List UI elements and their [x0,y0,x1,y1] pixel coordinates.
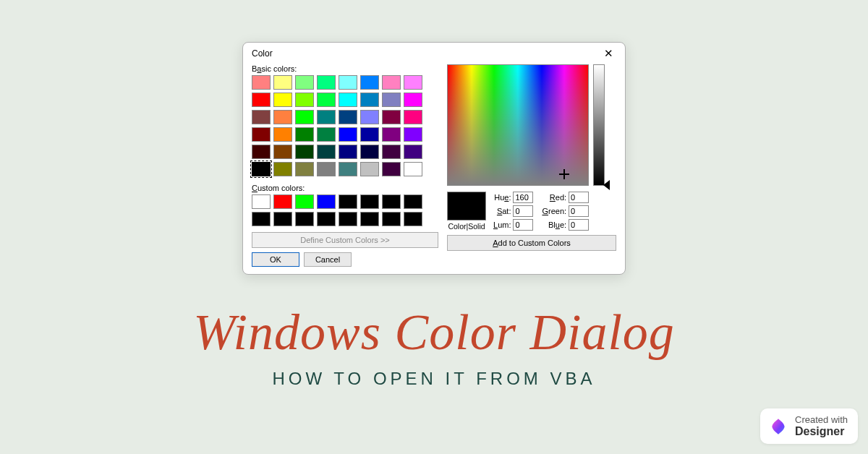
basic-color-swatch[interactable] [339,162,357,176]
custom-color-swatch[interactable] [404,212,422,226]
basic-color-swatch[interactable] [382,75,401,90]
sat-field[interactable] [513,205,533,217]
custom-color-swatch[interactable] [252,212,271,226]
custom-color-swatch[interactable] [339,194,357,209]
basic-color-swatch[interactable] [382,145,401,159]
headline-text: Windows Color Dialog [0,304,868,361]
luminance-arrow-icon [603,180,610,190]
sat-label: Sat: [497,207,511,215]
basic-color-swatch[interactable] [360,145,379,159]
basic-color-swatch[interactable] [317,162,336,176]
cancel-button[interactable]: Cancel [304,252,352,267]
basic-colors-grid [252,75,438,176]
subheadline-text: HOW TO OPEN IT FROM VBA [0,369,868,389]
basic-color-swatch[interactable] [273,162,292,176]
dialog-title: Color [252,48,273,59]
basic-color-swatch[interactable] [339,75,357,90]
custom-color-swatch[interactable] [273,194,292,209]
blue-field[interactable] [569,219,589,231]
custom-color-swatch[interactable] [360,194,379,209]
titlebar: Color ✕ [243,43,625,63]
custom-color-swatch[interactable] [339,212,357,226]
basic-color-swatch[interactable] [339,127,357,142]
basic-color-swatch[interactable] [317,110,336,124]
badge-line1: Created with [795,414,848,425]
color-gradient-picker[interactable] [447,64,589,186]
custom-color-swatch[interactable] [382,212,401,226]
red-field[interactable] [569,192,589,203]
basic-color-swatch[interactable] [382,93,401,107]
basic-color-swatch[interactable] [404,162,422,176]
basic-color-swatch[interactable] [382,127,401,142]
color-preview [447,192,486,220]
custom-color-swatch[interactable] [273,212,292,226]
basic-color-swatch[interactable] [252,75,271,90]
basic-color-swatch[interactable] [295,162,314,176]
basic-color-swatch[interactable] [404,93,422,107]
basic-color-swatch[interactable] [404,75,422,90]
basic-color-swatch[interactable] [339,145,357,159]
basic-color-swatch[interactable] [295,110,314,124]
green-label: Green: [542,207,566,215]
custom-color-swatch[interactable] [295,212,314,226]
color-dialog: Color ✕ Basic colors: Custom colors: Def… [242,42,626,275]
close-icon[interactable]: ✕ [600,47,618,60]
hue-label: Hue: [494,193,511,202]
designer-badge: Created with Designer [760,408,858,444]
lum-field[interactable] [513,219,533,231]
basic-color-swatch[interactable] [404,127,422,142]
basic-color-swatch[interactable] [360,127,379,142]
basic-color-swatch[interactable] [273,110,292,124]
basic-color-swatch[interactable] [317,75,336,90]
designer-logo-icon [769,417,788,436]
lum-label: Lum: [493,220,511,229]
basic-color-swatch[interactable] [317,127,336,142]
custom-color-swatch[interactable] [317,194,336,209]
hue-field[interactable] [513,192,533,203]
basic-color-swatch[interactable] [252,110,271,124]
basic-color-swatch[interactable] [252,93,271,107]
basic-color-swatch[interactable] [317,93,336,107]
define-custom-colors-button: Define Custom Colors >> [252,232,438,248]
basic-color-swatch[interactable] [273,93,292,107]
basic-color-swatch[interactable] [273,145,292,159]
custom-colors-grid [252,194,438,226]
basic-color-swatch[interactable] [404,110,422,124]
custom-color-swatch[interactable] [252,194,271,209]
basic-color-swatch[interactable] [404,145,422,159]
basic-color-swatch[interactable] [382,110,401,124]
basic-color-swatch[interactable] [295,127,314,142]
basic-color-swatch[interactable] [273,75,292,90]
basic-color-swatch[interactable] [295,145,314,159]
crosshair-icon [559,169,569,179]
basic-color-swatch[interactable] [339,110,357,124]
add-to-custom-colors-button[interactable]: Add to Custom Colors [447,235,616,251]
custom-color-swatch[interactable] [317,212,336,226]
basic-color-swatch[interactable] [360,93,379,107]
basic-color-swatch[interactable] [252,162,271,176]
green-field[interactable] [569,205,589,217]
color-solid-label: Color|Solid [447,222,486,231]
ok-cancel-row: OK Cancel [252,252,438,267]
basic-color-swatch[interactable] [252,127,271,142]
basic-color-swatch[interactable] [360,110,379,124]
custom-color-swatch[interactable] [295,194,314,209]
basic-colors-label: Basic colors: [252,64,438,73]
blue-label: Blue: [548,220,566,229]
custom-color-swatch[interactable] [404,194,422,209]
custom-color-swatch[interactable] [382,194,401,209]
badge-line2: Designer [795,425,848,438]
basic-color-swatch[interactable] [295,93,314,107]
basic-color-swatch[interactable] [295,75,314,90]
basic-color-swatch[interactable] [252,145,271,159]
basic-color-swatch[interactable] [273,127,292,142]
custom-color-swatch[interactable] [360,212,379,226]
red-label: Red: [550,193,566,202]
basic-color-swatch[interactable] [339,93,357,107]
ok-button[interactable]: OK [252,252,299,267]
basic-color-swatch[interactable] [317,145,336,159]
basic-color-swatch[interactable] [382,162,401,176]
luminance-slider[interactable] [593,64,605,186]
basic-color-swatch[interactable] [360,162,379,176]
basic-color-swatch[interactable] [360,75,379,90]
